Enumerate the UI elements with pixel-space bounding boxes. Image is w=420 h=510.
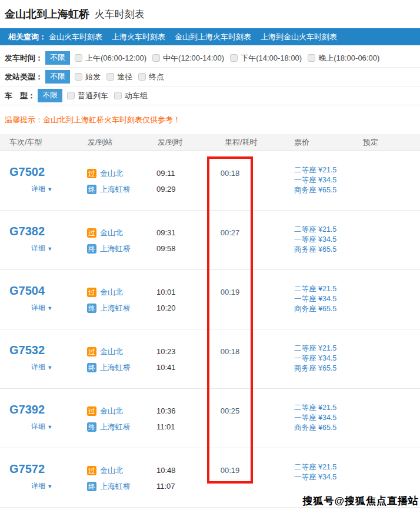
price-first-class: 一等座 ¥34.5 (294, 175, 351, 185)
to-station-link[interactable]: 上海虹桥 (100, 185, 131, 194)
terminal-badge: 终 (87, 482, 96, 491)
detail-label: 详细 (31, 304, 45, 312)
related-link-shanghai[interactable]: 上海火车时刻表 (112, 32, 165, 42)
related-links-label: 相关查询： (8, 32, 46, 42)
time-cell: 10:36 11:01 (156, 389, 207, 448)
related-link-jinshan-to-shanghai[interactable]: 金山到上海火车时刻表 (175, 32, 251, 42)
time-cell: 10:48 11:07 (156, 448, 207, 507)
train-number-link[interactable]: G7572 (9, 463, 87, 475)
chevron-down-icon: ▼ (47, 484, 52, 489)
table-row: G7502 详细 ▼ 过金山北 终上海虹桥 09:11 09:29 00:18 … (0, 151, 420, 211)
from-station-link[interactable]: 金山北 (100, 228, 123, 238)
from-station-link[interactable]: 金山北 (100, 288, 123, 297)
checkbox[interactable] (75, 54, 82, 62)
depart-time: 10:23 (156, 347, 207, 356)
duration-value: 00:19 (221, 466, 240, 475)
detail-toggle[interactable]: 详细 ▼ (31, 303, 87, 313)
time-cell: 09:11 09:29 (156, 151, 207, 210)
depart-time-option-night[interactable]: 晚上(18:00-06:00) (308, 53, 379, 64)
col-header-stations: 发/到站 (87, 134, 156, 151)
terminal-badge: 终 (87, 363, 96, 372)
checkbox[interactable] (138, 73, 146, 81)
detail-toggle[interactable]: 详细 ▼ (31, 422, 87, 432)
pass-badge: 过 (87, 288, 96, 297)
depart-time: 10:36 (156, 406, 207, 416)
checkbox[interactable] (152, 54, 160, 62)
price-cell: 二等座 ¥21.5 一等座 ¥34.5 商务座 ¥65.5 (253, 389, 351, 448)
option-label: 始发 (85, 72, 101, 82)
option-label: 动车组 (125, 91, 148, 101)
price-first-class: 一等座 ¥34.5 (294, 472, 351, 482)
option-label: 终点 (149, 72, 164, 82)
price-business-class: 商务座 ¥65.5 (294, 364, 351, 374)
detail-toggle[interactable]: 详细 ▼ (31, 244, 87, 254)
train-number-link[interactable]: G7382 (9, 225, 87, 237)
booking-cell (351, 211, 420, 269)
col-header-price: 票价 (282, 134, 351, 151)
detail-label: 详细 (31, 363, 45, 371)
train-number-link[interactable]: G7502 (9, 166, 87, 178)
train-cell: G7532 详细 ▼ (0, 329, 87, 388)
station-type-option-origin[interactable]: 始发 (75, 72, 101, 82)
from-station-link[interactable]: 金山北 (100, 466, 123, 475)
from-station-link[interactable]: 金山北 (100, 347, 123, 356)
to-station-link[interactable]: 上海虹桥 (100, 363, 131, 372)
train-type-any-button[interactable]: 不限 (38, 89, 62, 102)
from-station-link[interactable]: 金山北 (100, 169, 123, 178)
pass-badge: 过 (87, 466, 96, 475)
arrive-time: 09:29 (156, 185, 207, 194)
to-station-link[interactable]: 上海虹桥 (100, 304, 131, 313)
station-type-any-button[interactable]: 不限 (45, 70, 70, 84)
related-link-shanghai-to-jinshan[interactable]: 上海到金山火车时刻表 (261, 32, 337, 42)
train-cell: G7382 详细 ▼ (0, 211, 87, 269)
price-business-class: 商务座 ¥65.5 (294, 185, 351, 195)
detail-toggle[interactable]: 详细 ▼ (31, 362, 87, 372)
station-type-option-terminal[interactable]: 终点 (138, 72, 164, 82)
to-station-link[interactable]: 上海虹桥 (100, 482, 131, 491)
related-links-bar: 相关查询： 金山火车时刻表 上海火车时刻表 金山到上海火车时刻表 上海到金山火车… (0, 28, 420, 45)
depart-time: 09:11 (156, 169, 207, 178)
option-label: 下午(14:00-18:00) (241, 53, 302, 64)
from-station-link[interactable]: 金山北 (100, 406, 123, 416)
station-type-option-via[interactable]: 途径 (106, 72, 132, 82)
depart-time-any-button[interactable]: 不限 (45, 51, 70, 65)
to-station-link[interactable]: 上海虹桥 (100, 244, 131, 254)
detail-toggle[interactable]: 详细 ▼ (31, 481, 87, 491)
train-type-option-regular[interactable]: 普通列车 (67, 91, 108, 101)
arrive-time: 09:58 (156, 244, 207, 254)
depart-time-option-morning[interactable]: 上午(06:00-12:00) (75, 53, 146, 64)
depart-time-option-noon[interactable]: 中午(12:00-14:00) (152, 53, 224, 64)
related-link-jinshan[interactable]: 金山火车时刻表 (49, 32, 102, 42)
train-number-link[interactable]: G7392 (9, 404, 87, 415)
filter-label-train-type: 车 型： (5, 91, 35, 101)
price-first-class: 一等座 ¥34.5 (294, 294, 351, 304)
duration-value: 00:18 (221, 347, 240, 356)
checkbox[interactable] (308, 54, 315, 62)
station-cell: 过金山北 终上海虹桥 (87, 448, 156, 507)
chevron-down-icon: ▼ (47, 305, 52, 311)
depart-time-option-afternoon[interactable]: 下午(14:00-18:00) (230, 53, 302, 64)
train-number-link[interactable]: G7504 (9, 285, 87, 296)
checkbox[interactable] (230, 54, 238, 62)
filter-row-train-type: 车 型： 不限 普通列车 动车组 (0, 86, 420, 105)
train-cell: G7504 详细 ▼ (0, 270, 87, 329)
price-second-class: 二等座 ¥21.5 (294, 225, 351, 235)
checkbox[interactable] (106, 73, 114, 81)
train-cell: G7502 详细 ▼ (0, 151, 87, 210)
to-station-link[interactable]: 上海虹桥 (100, 422, 131, 432)
station-cell: 过金山北 终上海虹桥 (87, 151, 156, 210)
price-second-class: 二等座 ¥21.5 (294, 165, 351, 175)
table-row: G7382 详细 ▼ 过金山北 终上海虹桥 09:31 09:58 00:27 … (0, 211, 420, 270)
detail-toggle[interactable]: 详细 ▼ (31, 184, 87, 194)
checkbox[interactable] (114, 92, 122, 99)
checkbox[interactable] (67, 92, 75, 99)
checkbox[interactable] (75, 73, 82, 81)
option-label: 普通列车 (78, 91, 108, 101)
arrive-time: 11:07 (156, 482, 207, 491)
duration-value: 00:27 (221, 228, 240, 237)
price-second-class: 二等座 ¥21.5 (294, 462, 351, 472)
train-type-option-emu[interactable]: 动车组 (114, 91, 148, 101)
price-second-class: 二等座 ¥21.5 (294, 403, 351, 413)
train-number-link[interactable]: G7532 (9, 344, 87, 356)
duration-cell: 00:19 (207, 448, 253, 507)
